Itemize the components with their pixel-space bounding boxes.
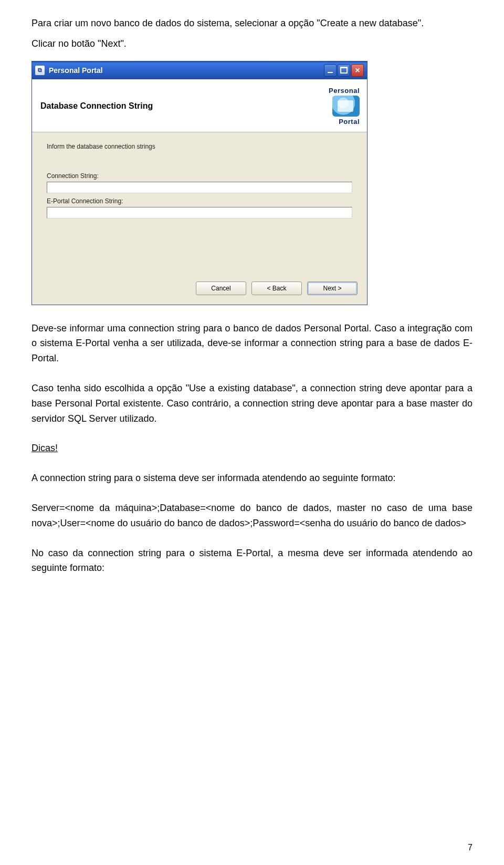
app-icon: ⧉	[35, 66, 45, 75]
body-para-6: Server=<nome da máquina>;Database=<nome …	[32, 501, 472, 531]
installer-dialog: ⧉ Personal Portal Database Connection St…	[32, 61, 368, 305]
next-button[interactable]: Next >	[307, 282, 358, 295]
titlebar: ⧉ Personal Portal	[32, 61, 367, 79]
connection-string-input[interactable]	[47, 182, 352, 193]
banner-logo: Personal Portal	[329, 87, 360, 126]
window-title: Personal Portal	[49, 66, 324, 75]
body-para-4: Caso tenha sido escolhida a opção "Use a…	[32, 381, 472, 426]
field2-label: E-Portal Connection String:	[47, 197, 352, 205]
banner-text: Database Connection String	[40, 101, 329, 111]
banner-title: Database Connection String	[40, 101, 329, 111]
minimize-button[interactable]	[324, 64, 337, 77]
maximize-button[interactable]	[338, 64, 350, 77]
dialog-content: Inform the database connection strings C…	[32, 132, 367, 274]
page-number: 7	[468, 843, 472, 852]
body-para-7: No caso da connection string para o sist…	[32, 546, 472, 576]
window-buttons	[324, 64, 364, 77]
eportal-connection-string-input[interactable]	[47, 207, 352, 218]
body-para-5: A connection string para o sistema deve …	[32, 471, 472, 486]
close-button[interactable]	[351, 64, 364, 77]
intro-para-1: Para criar um novo banco de dados do sis…	[32, 16, 472, 31]
cancel-button[interactable]: Cancel	[196, 282, 246, 295]
body-para-3: Deve-se informar uma connection string p…	[32, 321, 472, 366]
dialog-banner: Database Connection String Personal Port…	[32, 79, 367, 132]
globe-icon	[332, 96, 360, 117]
intro-para-2: Clicar no botão "Next".	[32, 36, 472, 51]
logo-text-bottom: Portal	[329, 118, 360, 126]
logo-text-top: Personal	[329, 87, 360, 95]
back-button[interactable]: < Back	[251, 282, 302, 295]
dicas-heading: Dicas!	[32, 441, 472, 456]
dialog-button-row: Cancel < Back Next >	[32, 274, 367, 305]
instruction-text: Inform the database connection strings	[47, 143, 352, 150]
field1-label: Connection String:	[47, 172, 352, 180]
